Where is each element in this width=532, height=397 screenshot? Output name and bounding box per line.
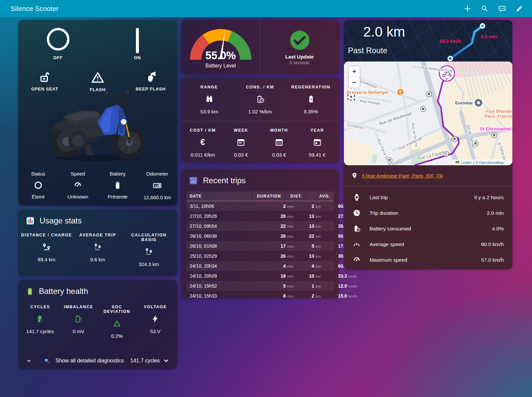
calendar-week-icon [236,137,246,148]
osm-link[interactable]: © OpenStreetMap [476,161,504,165]
stat-distance-charge[interactable]: DISTANCE / CHARGE 89.4 km [21,233,72,267]
battery-gauge[interactable]: 55.0% Battery Level [181,20,260,74]
trip-date: 24/10, 15h33 [186,292,258,300]
stat-value: 9.6 km [90,257,105,262]
battery-alert-icon [74,313,83,325]
trip-date: 3/11, 10h06 [186,202,258,210]
zoom-in-button[interactable]: + [349,66,360,77]
svg-text:12: 12 [155,184,158,188]
detail-row-battery-consumed[interactable]: Battery consumed 4.0% [344,221,512,236]
stat-soc-deviation[interactable]: SOC DEVIATION 0.2% [98,305,136,339]
table-row: 26/10, 06h3826 min22 km50.8 km/h [186,231,334,241]
stat-regeneration[interactable]: REGENERATION 8.35% [285,85,336,114]
status-value: Unknown [67,194,88,199]
status-item-status[interactable]: Status Éteint [18,171,58,200]
trip-dist: 10 km [297,272,324,280]
gauge-value: 55.0% [205,49,236,61]
detail-row-trip-duration[interactable]: Trip duration 2.0 min [344,205,512,221]
trip-date: 26/10, 01h08 [186,242,258,250]
detail-value: Il y a 2 hours [474,195,504,200]
right-column: 2.0 km Past Route 60.0 km/h 2.0 min + − [344,20,512,269]
chevron-down-icon[interactable] [26,357,32,364]
route-label: Past Route [348,46,387,55]
diagnostics-value: 141.7 cycles [130,358,160,364]
trip-avg: 33.3 km/h [324,272,360,280]
map-attribution: Leaflet | © OpenStreetMap [454,160,512,165]
stat-calculation-basis[interactable]: CALCULATION BASIS 324.3 km [123,233,174,267]
zoom-out-button[interactable]: − [349,77,360,88]
trip-date: 24/10, 15h52 [186,282,258,290]
diagnostics-toggle[interactable]: Show all detailed diagnostics [55,358,124,364]
detail-row-average-speed[interactable]: Average speed 60.0 km/h [344,236,512,252]
trip-date: 26/10, 06h38 [186,232,258,240]
stat-label: COST / KM [190,128,216,133]
leaflet-link[interactable]: Leaflet [461,161,472,165]
stat-voltage[interactable]: VOLTAGE 53 V [136,305,175,339]
trip-dist: 1 km [297,282,324,290]
stat-cycles[interactable]: CYCLES 141.7 cycles [21,305,59,339]
status-item-speed[interactable]: Speed Unknown [58,171,98,200]
counter-icon: 12 [152,181,162,191]
stat-range[interactable]: RANGE 53.9 km [184,85,235,114]
trip-date: 24/10, 20h34 [186,262,258,270]
trip-duration: 18 min [258,272,297,280]
watch-icon [353,193,361,201]
speedometer-icon [353,256,361,264]
trip-duration: 5 min [258,282,297,290]
poi-label-arya: Arya Bhavan [485,109,512,114]
detail-row-maximum-speed[interactable]: Maximum speed 57.0 km/h [344,252,512,268]
air-horn-icon [144,70,157,84]
stat-label: WEEK [234,128,248,133]
stat-cost-km[interactable]: COST / KM € 0.011 €/km [184,128,222,158]
stat-week[interactable]: WEEK 0.03 € [222,128,260,158]
map-zoom-control: + − [348,66,360,88]
stat-value: 53.9 km [200,109,218,114]
map-pin-icon [351,172,358,179]
power-off-icon [47,28,69,51]
chevron-down-icon[interactable] [162,357,170,364]
stat-month[interactable]: MONTH 0.03 € [260,128,298,158]
battery-green-icon [26,287,34,296]
turn-on-button[interactable]: ON [98,28,177,60]
trip-date: 24/10, 20h09 [186,272,258,280]
past-route-card: 2.0 km Past Route 60.0 km/h 2.0 min + − [344,20,512,269]
stat-value: 1.02 %/km [248,109,272,114]
assist-button[interactable] [495,1,509,16]
poi-label-arya: Paris, France [484,114,512,119]
trip-duration: 4 min [258,262,297,270]
detail-label: Maximum speed [370,257,407,263]
address-link[interactable]: 5 Rue Ambroise Paré, Paris, IDF, FR [362,173,443,179]
poi-label-brasserie: Brasserie Bellanger [347,90,389,95]
gauge-label: Battery Level [205,63,236,68]
trip-dist: 13 km [297,222,324,230]
address-row: 5 Rue Ambroise Paré, Paris, IDF, FR [344,165,512,186]
detail-label: Battery consumed [370,226,411,232]
power-on-icon [136,28,139,53]
stat-value: 89.4 km [38,257,55,262]
trip-duration: 28 min [258,212,297,220]
edit-button[interactable] [512,1,527,16]
add-button[interactable] [460,1,475,16]
stat-label: RANGE [200,85,218,89]
stat-consumption[interactable]: CONS. / KM 1.02 %/km [235,85,285,114]
trips-table-header: DATE DURATION DIST. AVG. [186,192,334,201]
calendar-today-icon [313,137,322,148]
stat-imbalance[interactable]: IMBALANCE 0 mV [59,305,98,339]
status-item-odometer[interactable]: Odometer 12 12,660.0 km [138,171,177,200]
detail-label: Trip duration [370,210,398,216]
search-button[interactable] [478,1,492,16]
stat-value: 53 V [150,329,160,334]
detail-row-last-trip[interactable]: Last trip Il y a 2 hours [344,190,512,205]
stat-average-trip[interactable]: AVERAGE TRIP 9.6 km [72,233,123,267]
route-map[interactable]: + − [344,62,512,165]
status-label: Battery [110,171,126,177]
detail-label: Last trip [370,195,388,200]
table-row: 25/10, 02h2926 min13 km30.0 km/h [186,251,334,261]
status-value: Éteint [32,194,45,199]
turn-off-button[interactable]: OFF [18,28,98,60]
status-item-battery[interactable]: Battery Présente [98,171,138,200]
battery-sync-icon [36,313,45,325]
last-update-tile[interactable]: Last Update 5 seconds [260,20,339,74]
trip-duration: 17 min [258,242,297,250]
stat-year[interactable]: YEAR 59.41 € [298,128,336,158]
